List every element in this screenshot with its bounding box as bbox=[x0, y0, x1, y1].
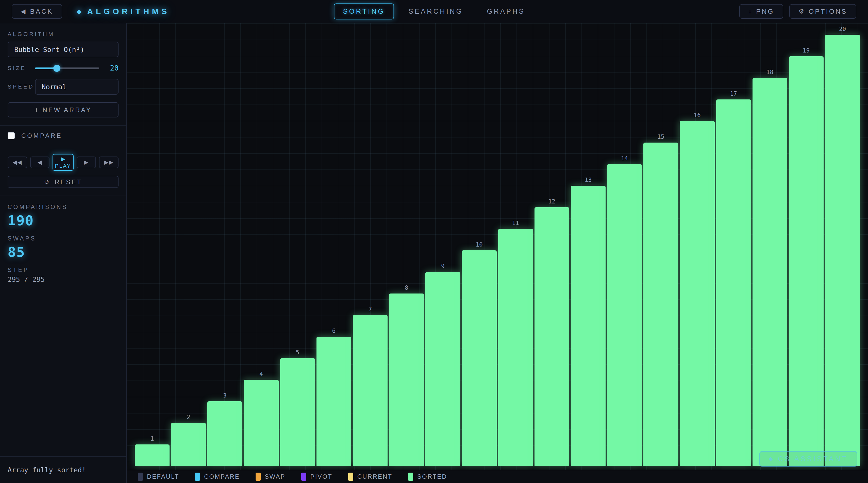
options-button[interactable]: ⚙ OPTIONS bbox=[789, 4, 856, 19]
legend-label: COMPARE bbox=[204, 473, 240, 480]
step-forward-icon: ▶ bbox=[84, 159, 89, 166]
controls-section: ALGORITHM Bubble Sort O(n²) SIZE 20 SPEE… bbox=[0, 23, 126, 126]
compare-checkbox[interactable] bbox=[8, 132, 15, 139]
bars-container: 1234567891011121314151617181920 bbox=[135, 26, 860, 466]
sidebar: ALGORITHM Bubble Sort O(n²) SIZE 20 SPEE… bbox=[0, 23, 127, 483]
diamond-icon: ◆ bbox=[76, 8, 82, 15]
step-label: STEP bbox=[8, 267, 119, 273]
legend-label: PIVOT bbox=[310, 473, 333, 480]
app-title-label: ALGORITHMS bbox=[87, 7, 169, 16]
bar-slot: 7 bbox=[353, 306, 388, 466]
back-button[interactable]: ◀ BACK bbox=[12, 4, 62, 19]
legend-item-pivot: PIVOT bbox=[301, 473, 333, 481]
step-forward-button[interactable]: ▶ bbox=[76, 157, 96, 168]
bar-slot: 6 bbox=[316, 327, 351, 466]
array-bar-sorted bbox=[207, 401, 242, 466]
diamond-icon: ◆ bbox=[769, 456, 773, 462]
bar-value-label: 19 bbox=[789, 47, 824, 54]
array-bar-sorted bbox=[825, 35, 860, 466]
status-message: Array fully sorted! bbox=[8, 466, 86, 474]
swaps-value: 85 bbox=[8, 244, 119, 260]
legend-item-sorted: SORTED bbox=[408, 473, 447, 481]
bar-value-label: 12 bbox=[534, 198, 569, 205]
reset-button[interactable]: ↺ RESET bbox=[8, 176, 119, 188]
bar-slot: 15 bbox=[643, 133, 678, 466]
visualization-area: 1234567891011121314151617181920 ◆ CS ASS… bbox=[127, 23, 868, 470]
back-arrow-icon: ◀ bbox=[21, 8, 25, 15]
legend-item-compare: COMPARE bbox=[195, 473, 240, 481]
bar-value-label: 13 bbox=[571, 176, 606, 183]
tab-graphs[interactable]: GRAPHS bbox=[478, 4, 534, 20]
png-export-button[interactable]: ↓ PNG bbox=[739, 4, 783, 19]
size-slider[interactable] bbox=[35, 65, 99, 71]
jump-start-button[interactable]: ◀◀ bbox=[8, 157, 27, 168]
array-bar-sorted bbox=[353, 315, 388, 466]
slider-thumb[interactable] bbox=[53, 65, 60, 72]
compare-section: COMPARE bbox=[0, 126, 126, 147]
bar-value-label: 2 bbox=[171, 414, 206, 420]
new-array-button[interactable]: + NEW ARRAY bbox=[8, 102, 119, 118]
page-title: ◆ ALGORITHMS bbox=[76, 7, 169, 16]
array-bar-sorted bbox=[752, 78, 787, 466]
bar-slot: 4 bbox=[244, 371, 278, 466]
bar-slot: 14 bbox=[607, 155, 642, 466]
array-bar-sorted bbox=[498, 229, 533, 466]
array-bar-sorted bbox=[643, 142, 678, 466]
array-bar-sorted bbox=[789, 56, 824, 466]
cs-assistant-label: CS ASSISTANT bbox=[778, 455, 848, 463]
legend-swatch-compare bbox=[195, 473, 200, 481]
comparisons-value: 190 bbox=[8, 213, 119, 229]
bar-value-label: 7 bbox=[353, 306, 388, 313]
size-value: 20 bbox=[104, 64, 119, 72]
bar-slot: 3 bbox=[207, 392, 242, 466]
legend-swatch-pivot bbox=[301, 473, 306, 481]
play-label: PLAY bbox=[55, 163, 71, 169]
bar-value-label: 5 bbox=[280, 349, 315, 356]
bar-value-label: 4 bbox=[244, 371, 278, 377]
bar-value-label: 16 bbox=[680, 112, 714, 119]
gear-icon: ⚙ bbox=[799, 8, 804, 15]
tab-searching[interactable]: SEARCHING bbox=[400, 4, 472, 20]
step-back-button[interactable]: ◀ bbox=[30, 157, 50, 168]
array-bar-sorted bbox=[425, 272, 460, 466]
legend-swatch-default bbox=[138, 473, 143, 481]
header: ◀ BACK ◆ ALGORITHMS SORTINGSEARCHINGGRAP… bbox=[0, 0, 868, 23]
legend-item-current: CURRENT bbox=[348, 473, 392, 481]
play-icon: ▶ bbox=[61, 156, 65, 162]
compare-label: COMPARE bbox=[21, 132, 62, 139]
array-bar-sorted bbox=[607, 164, 642, 466]
bar-slot: 17 bbox=[716, 90, 751, 466]
array-bar-sorted bbox=[389, 293, 424, 466]
bar-value-label: 18 bbox=[752, 69, 787, 75]
speed-label: SPEED bbox=[8, 84, 30, 90]
playback-section: ◀◀ ◀ ▶ PLAY ▶ ▶▶ ↺ RESET bbox=[0, 147, 126, 196]
bar-slot: 2 bbox=[171, 414, 206, 466]
bar-slot: 18 bbox=[752, 69, 787, 466]
array-bar-sorted bbox=[135, 445, 169, 466]
algorithm-value: Bubble Sort O(n²) bbox=[14, 46, 84, 54]
bar-value-label: 8 bbox=[389, 284, 424, 291]
array-bar-sorted bbox=[534, 207, 569, 466]
comparisons-label: COMPARISONS bbox=[8, 204, 119, 211]
new-array-label: + NEW ARRAY bbox=[34, 106, 92, 114]
array-bar-sorted bbox=[571, 186, 606, 466]
jump-end-button[interactable]: ▶▶ bbox=[99, 157, 119, 168]
tab-sorting[interactable]: SORTING bbox=[334, 4, 394, 20]
array-bar-sorted bbox=[680, 121, 714, 466]
tab-bar: SORTINGSEARCHINGGRAPHS bbox=[334, 4, 534, 20]
array-bar-sorted bbox=[462, 250, 496, 466]
play-button[interactable]: ▶ PLAY bbox=[53, 154, 73, 171]
legend-label: SWAP bbox=[265, 473, 285, 480]
speed-select[interactable]: Normal bbox=[35, 79, 119, 95]
back-label: BACK bbox=[30, 8, 53, 15]
download-icon: ↓ bbox=[748, 8, 751, 15]
stats-section: COMPARISONS 190 SWAPS 85 STEP 295 / 295 bbox=[0, 196, 126, 291]
legend-item-swap: SWAP bbox=[255, 473, 285, 481]
bar-slot: 5 bbox=[280, 349, 315, 466]
bar-value-label: 10 bbox=[462, 241, 496, 248]
status-bar: Array fully sorted! bbox=[0, 456, 126, 483]
bar-value-label: 11 bbox=[498, 220, 533, 226]
algorithm-select[interactable]: Bubble Sort O(n²) bbox=[8, 42, 119, 57]
legend-label: SORTED bbox=[417, 473, 447, 480]
speed-value: Normal bbox=[42, 83, 66, 91]
